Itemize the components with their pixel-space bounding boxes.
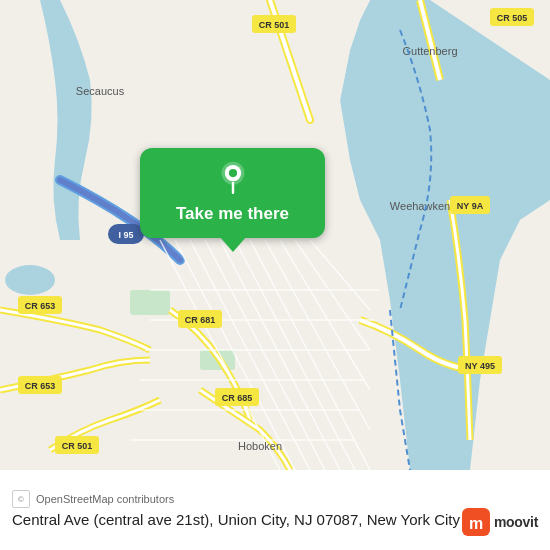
moovit-brand-text: moovit — [494, 514, 538, 530]
osm-logo: © — [12, 490, 30, 508]
address-text: Central Ave (central ave 21st), Union Ci… — [12, 511, 460, 528]
moovit-logo: m moovit — [462, 508, 538, 536]
navigate-popup[interactable]: Take me there — [140, 148, 325, 238]
svg-point-3 — [5, 265, 55, 295]
svg-text:CR 501: CR 501 — [62, 441, 93, 451]
svg-text:CR 685: CR 685 — [222, 393, 253, 403]
map-container: CR 501 CR 505 I 95 CR 653 CR 653 CR 501 … — [0, 0, 550, 470]
svg-text:CR 653: CR 653 — [25, 381, 56, 391]
svg-text:NY 495: NY 495 — [465, 361, 495, 371]
attribution-text: OpenStreetMap contributors — [36, 493, 174, 505]
svg-text:CR 501: CR 501 — [259, 20, 290, 30]
address-line2: New York City — [367, 511, 460, 528]
svg-text:Secaucus: Secaucus — [76, 85, 125, 97]
svg-rect-4 — [130, 290, 170, 315]
attribution-row: © OpenStreetMap contributors — [12, 490, 538, 508]
svg-text:NY 9A: NY 9A — [457, 201, 484, 211]
svg-text:Hoboken: Hoboken — [238, 440, 282, 452]
svg-text:Weehawken: Weehawken — [390, 200, 450, 212]
svg-text:CR 681: CR 681 — [185, 315, 216, 325]
moovit-icon: m — [462, 508, 490, 536]
location-pin-icon — [215, 160, 251, 196]
address-line1: Central Ave (central ave 21st), Union Ci… — [12, 511, 362, 528]
svg-text:CR 505: CR 505 — [497, 13, 528, 23]
svg-text:Guttenberg: Guttenberg — [402, 45, 457, 57]
address-row: Central Ave (central ave 21st), Union Ci… — [12, 510, 538, 530]
app-container: CR 501 CR 505 I 95 CR 653 CR 653 CR 501 … — [0, 0, 550, 550]
svg-point-49 — [228, 169, 236, 177]
svg-text:I 95: I 95 — [118, 230, 133, 240]
svg-text:CR 653: CR 653 — [25, 301, 56, 311]
svg-text:m: m — [469, 515, 483, 532]
bottom-bar: © OpenStreetMap contributors Central Ave… — [0, 470, 550, 550]
take-me-there-button[interactable]: Take me there — [160, 196, 305, 238]
